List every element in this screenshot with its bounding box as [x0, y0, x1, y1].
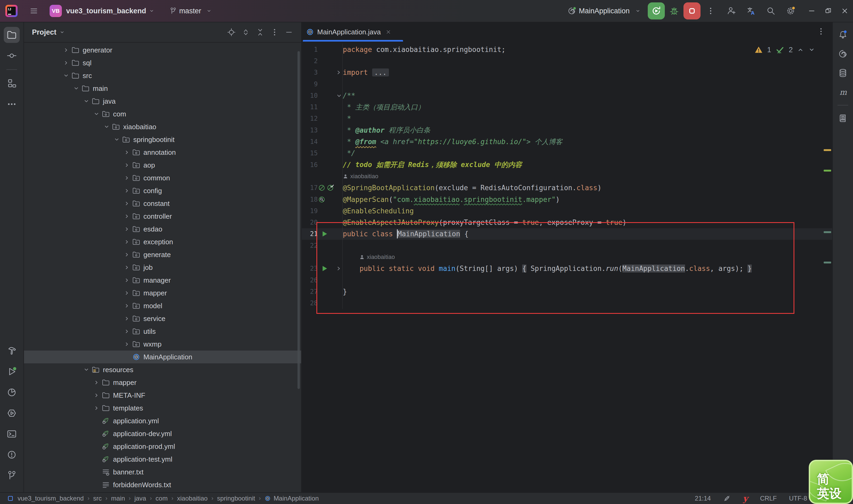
tabbar-more-icon[interactable]: [817, 27, 825, 36]
tree-item-mapper[interactable]: mapper: [24, 287, 301, 300]
tree-item-model[interactable]: model: [24, 300, 301, 312]
spring-bean-gutter-icon[interactable]: [318, 184, 326, 192]
tree-item-application-dev.yml[interactable]: application-dev.yml: [24, 427, 301, 440]
tree-chevron-icon[interactable]: [122, 148, 132, 157]
tree-item-springbootinit[interactable]: springbootinit: [24, 133, 301, 146]
code-line-26[interactable]: 26: [302, 274, 832, 286]
tree-chevron-icon[interactable]: [122, 237, 132, 247]
window-minimize-button[interactable]: [803, 3, 820, 19]
translate-icon[interactable]: A: [746, 6, 756, 16]
database-tool-icon[interactable]: [835, 66, 850, 80]
tree-item-application.yml[interactable]: application.yml: [24, 414, 301, 427]
tree-chevron-icon[interactable]: [122, 314, 132, 323]
breadcrumb-com[interactable]: com: [156, 495, 168, 502]
code-line-10[interactable]: 10/**: [302, 90, 832, 101]
code-line-23[interactable]: 23 public static void main(String[] args…: [302, 263, 832, 274]
tree-item-resources[interactable]: resources: [24, 363, 301, 376]
tree-item-application-test.yml[interactable]: application-test.yml: [24, 453, 301, 466]
tab-mainapplication-java[interactable]: MainApplication.java: [302, 22, 397, 41]
error-stripe-mark[interactable]: [824, 149, 831, 151]
tab-close-icon[interactable]: [385, 28, 391, 36]
code-line-9[interactable]: 9: [302, 78, 832, 90]
tree-item-mainapplication[interactable]: MainApplication: [24, 350, 301, 363]
tree-chevron-icon[interactable]: [61, 45, 71, 55]
window-restore-button[interactable]: [820, 3, 836, 19]
code-line-15[interactable]: 15 */: [302, 148, 832, 159]
project-panel-chevron-icon[interactable]: [59, 29, 65, 35]
maven-tool-icon[interactable]: m: [835, 85, 850, 100]
sidebar-more-icon[interactable]: [4, 96, 20, 112]
code-line-2[interactable]: 2: [302, 55, 832, 67]
tree-item-src[interactable]: src: [24, 69, 301, 82]
project-tree-scrollbar[interactable]: [297, 51, 300, 389]
tree-chevron-icon[interactable]: [92, 391, 101, 400]
code-line-22[interactable]: 22: [302, 240, 832, 251]
add-user-icon[interactable]: [727, 6, 736, 16]
tree-item-main[interactable]: main: [24, 82, 301, 95]
tree-item-config[interactable]: config: [24, 184, 301, 197]
tree-chevron-icon[interactable]: [122, 224, 132, 234]
sidebar-commit-icon[interactable]: [4, 48, 20, 64]
hide-panel-icon[interactable]: [283, 26, 295, 38]
tree-item-sql[interactable]: sql: [24, 56, 301, 69]
project-chevron-icon[interactable]: [149, 8, 155, 14]
tree-item-generate[interactable]: generate: [24, 248, 301, 261]
tree-item-xiaobaitiao[interactable]: xiaobaitiao: [24, 121, 301, 133]
tree-chevron-icon[interactable]: [82, 96, 91, 106]
code-line-3[interactable]: 3import ...: [302, 67, 832, 78]
error-stripe-mark[interactable]: [824, 170, 831, 172]
tree-chevron-icon[interactable]: [92, 403, 101, 413]
sidebar-terminal-icon[interactable]: [4, 426, 20, 442]
breadcrumb-xiaobaitiao[interactable]: xiaobaitiao: [177, 495, 208, 502]
tree-chevron-icon[interactable]: [122, 186, 132, 196]
tree-chevron-icon[interactable]: [122, 263, 132, 272]
locate-file-icon[interactable]: [226, 26, 237, 38]
code-line-28[interactable]: 28: [302, 298, 832, 309]
tree-item-exception[interactable]: exception: [24, 235, 301, 248]
breadcrumb-main[interactable]: main: [111, 495, 125, 502]
search-everywhere-icon[interactable]: [766, 6, 776, 16]
collapse-all-icon[interactable]: [254, 26, 266, 38]
run-gutter-icon[interactable]: [320, 265, 328, 272]
sidebar-git-icon[interactable]: [4, 468, 20, 484]
breadcrumb-mainapplication[interactable]: MainApplication: [264, 494, 318, 502]
project-name[interactable]: vue3_tourism_backend: [66, 7, 146, 15]
tree-chevron-icon[interactable]: [122, 160, 132, 170]
tree-item-templates[interactable]: templates: [24, 402, 301, 414]
tree-chevron-icon[interactable]: [61, 58, 71, 68]
sidebar-structure-icon[interactable]: [4, 75, 20, 91]
mybatis-mapper-gutter-icon[interactable]: [318, 196, 326, 203]
error-stripe-mark[interactable]: [824, 262, 831, 264]
tree-item-service[interactable]: service: [24, 312, 301, 325]
code-line-12[interactable]: 12 *: [302, 113, 832, 124]
settings-gear-icon[interactable]: [786, 6, 796, 16]
tree-item-generator[interactable]: generator: [24, 44, 301, 56]
sidebar-services-icon[interactable]: [4, 405, 20, 421]
stop-button[interactable]: [683, 2, 700, 19]
error-stripe-mark[interactable]: [824, 231, 831, 233]
run-configuration[interactable]: MainApplication: [568, 7, 641, 15]
project-panel-title[interactable]: Project: [32, 28, 56, 36]
tree-chevron-icon[interactable]: [122, 173, 132, 183]
tree-item-manager[interactable]: manager: [24, 274, 301, 287]
tree-chevron-icon[interactable]: [122, 275, 132, 285]
tree-item-application-prod.yml[interactable]: application-prod.yml: [24, 440, 301, 453]
project-avatar[interactable]: VB: [50, 5, 62, 17]
run-gutter-icon[interactable]: [320, 230, 328, 238]
fold-collapsed-icon[interactable]: [335, 69, 342, 76]
panel-options-icon[interactable]: [269, 26, 280, 38]
breadcrumb-springbootinit[interactable]: springbootinit: [217, 495, 255, 502]
rerun-button[interactable]: [648, 2, 665, 19]
translation-dictionary-icon[interactable]: [835, 111, 850, 126]
sidebar-run-icon[interactable]: [4, 364, 20, 380]
tree-item-esdao[interactable]: esdao: [24, 223, 301, 235]
notifications-bell-icon[interactable]: [835, 27, 850, 42]
tree-item-utils[interactable]: utils: [24, 325, 301, 338]
code-line-13[interactable]: 13 * @author 程序员小白条: [302, 124, 832, 136]
tree-item-job[interactable]: job: [24, 261, 301, 274]
author-inlay[interactable]: xiaobaitiao: [359, 254, 395, 260]
file-encoding[interactable]: UTF-8: [789, 495, 807, 502]
tree-item-meta-inf[interactable]: META-INF: [24, 389, 301, 402]
caret-position[interactable]: 21:14: [695, 495, 711, 502]
code-editor[interactable]: 1 2 1package com.xiaobaitiao.springbooti…: [302, 41, 832, 309]
